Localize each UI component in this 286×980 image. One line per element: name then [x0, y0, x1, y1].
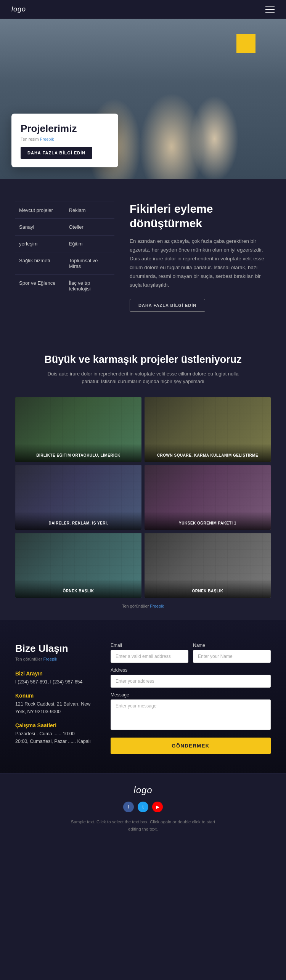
project-card[interactable]: ÖRNEK BAŞLIK — [145, 533, 271, 598]
contact-phone-label: Bizi Arayın — [15, 670, 92, 677]
category-item[interactable]: yerleşim — [15, 236, 65, 252]
projects-grid: BİRLİKTE EĞİTİM ORTAOKULU, LİMERİCKCROWN… — [15, 397, 271, 598]
category-item[interactable]: Mevcut projeler — [15, 202, 65, 218]
category-item[interactable]: Oteller — [65, 219, 115, 235]
email-label: Email — [111, 643, 188, 648]
nav-logo[interactable]: logo — [11, 5, 26, 13]
form-group-name: Name — [193, 643, 271, 663]
contact-title: Bize Ulaşın — [15, 643, 92, 654]
address-label: Address — [111, 667, 271, 673]
hero-yellow-corner-accent — [236, 34, 255, 53]
ideas-body: En azından en az çabayla, çok fazla çaba… — [130, 237, 271, 290]
hero-freepik-link[interactable]: Freepik — [40, 137, 54, 141]
footer: logo f t ▶ Sample text. Click to select … — [0, 773, 286, 840]
project-label: DAİRELER. REKLAM. İŞ YERİ. — [15, 512, 141, 530]
message-textarea[interactable] — [111, 699, 271, 730]
project-card[interactable]: CROWN SQUARE. KARMA KULLANIM GELİŞTİRME — [145, 397, 271, 462]
project-label: ÖRNEK BAŞLIK — [15, 579, 141, 598]
hero-learn-more-button[interactable]: DAHA FAZLA BİLGİ EDİN — [21, 147, 92, 159]
contact-section: Bize Ulaşın Ten görüntüler Freepik Bizi … — [0, 620, 286, 773]
contact-hours-label: Çalışma Saatleri — [15, 722, 92, 728]
hero-freepik-credit: Ten resim Freepik — [21, 137, 108, 141]
projects-freepik-credit: Ten görüntüler Freepik — [15, 604, 271, 608]
project-card[interactable]: ÖRNEK BAŞLIK — [15, 533, 141, 598]
facebook-icon[interactable]: f — [123, 802, 134, 812]
ideas-title: Fikirleri eyleme dönüştürmek — [130, 202, 271, 230]
project-label: CROWN SQUARE. KARMA KULLANIM GELİŞTİRME — [145, 444, 271, 462]
form-group-email: Email — [111, 643, 188, 663]
hamburger-menu[interactable] — [265, 6, 275, 13]
contact-form: Email Name Address Message GÖNDERMEK — [111, 643, 271, 754]
contact-info: Bize Ulaşın Ten görüntüler Freepik Bizi … — [15, 643, 92, 754]
contact-phone-value: l (234) 567-891, l (234) 987-654 — [15, 678, 92, 686]
contact-address-value: 121 Rock Caddesi. 21 Bulvarı, New York, … — [15, 700, 92, 715]
footer-socials: f t ▶ — [15, 802, 271, 812]
projects-freepik-link[interactable]: Freepik — [150, 604, 164, 608]
categories-grid: Mevcut projelerReklamSanayiOtelleryerleş… — [15, 202, 114, 312]
footer-sample-text: Sample text. Click to select the text bo… — [67, 818, 219, 832]
contact-hours-value: Pazartesi - Cuma ...... 10:00 – 20:00, C… — [15, 730, 92, 745]
form-group-address: Address — [111, 667, 271, 688]
hero-card-title: Projelerimiz — [21, 123, 108, 135]
category-item[interactable]: Sağlık hizmeti — [15, 252, 65, 274]
category-item[interactable]: İlaç ve tıp teknolojisi — [65, 275, 115, 297]
form-row-email-name: Email Name — [111, 643, 271, 663]
navbar: logo — [0, 0, 286, 19]
ideas-section: Fikirleri eyleme dönüştürmek En azından … — [130, 202, 271, 312]
project-label: BİRLİKTE EĞİTİM ORTAOKULU, LİMERİCK — [15, 444, 141, 462]
form-group-message: Message — [111, 692, 271, 731]
projects-subtitle: Duis aute irure dolor in reprehenderit i… — [44, 370, 242, 386]
project-card[interactable]: BİRLİKTE EĞİTİM ORTAOKULU, LİMERİCK — [15, 397, 141, 462]
submit-button[interactable]: GÖNDERMEK — [111, 738, 271, 754]
projects-section: Büyük ve karmaşık projeler üstleniyoruz … — [0, 335, 286, 620]
project-card[interactable]: YÜKSEK ÖĞRENİM PAKETİ 1 — [145, 465, 271, 530]
hero-card: Projelerimiz Ten resim Freepik DAHA FAZL… — [11, 114, 118, 167]
projects-title: Büyük ve karmaşık projeler üstleniyoruz — [15, 354, 271, 366]
categories-section: Mevcut projelerReklamSanayiOtelleryerleş… — [0, 179, 286, 335]
message-label: Message — [111, 692, 271, 698]
project-label: YÜKSEK ÖĞRENİM PAKETİ 1 — [145, 512, 271, 530]
category-item[interactable]: Reklam — [65, 202, 115, 218]
category-item[interactable]: Spor ve Eğlence — [15, 275, 65, 297]
contact-freepik-ref: Ten görüntüler Freepik — [15, 657, 92, 661]
ideas-learn-more-button[interactable]: DAHA FAZLA BİLGİ EDİN — [130, 299, 205, 312]
hero-section: Projelerimiz Ten resim Freepik DAHA FAZL… — [0, 19, 286, 179]
footer-logo: logo — [15, 785, 271, 796]
contact-location-label: Konum — [15, 693, 92, 699]
contact-freepik-link[interactable]: Freepik — [43, 657, 57, 661]
category-item[interactable]: Eğitim — [65, 236, 115, 252]
twitter-icon[interactable]: t — [138, 802, 148, 812]
email-input[interactable] — [111, 650, 188, 663]
project-label: ÖRNEK BAŞLIK — [145, 579, 271, 598]
youtube-icon[interactable]: ▶ — [152, 802, 163, 812]
name-input[interactable] — [193, 650, 271, 663]
category-item[interactable]: Sanayi — [15, 219, 65, 235]
contact-inner: Bize Ulaşın Ten görüntüler Freepik Bizi … — [15, 643, 271, 754]
address-input[interactable] — [111, 675, 271, 688]
project-card[interactable]: DAİRELER. REKLAM. İŞ YERİ. — [15, 465, 141, 530]
category-item[interactable]: Toplumsal ve Miras — [65, 252, 115, 274]
name-label: Name — [193, 643, 271, 648]
